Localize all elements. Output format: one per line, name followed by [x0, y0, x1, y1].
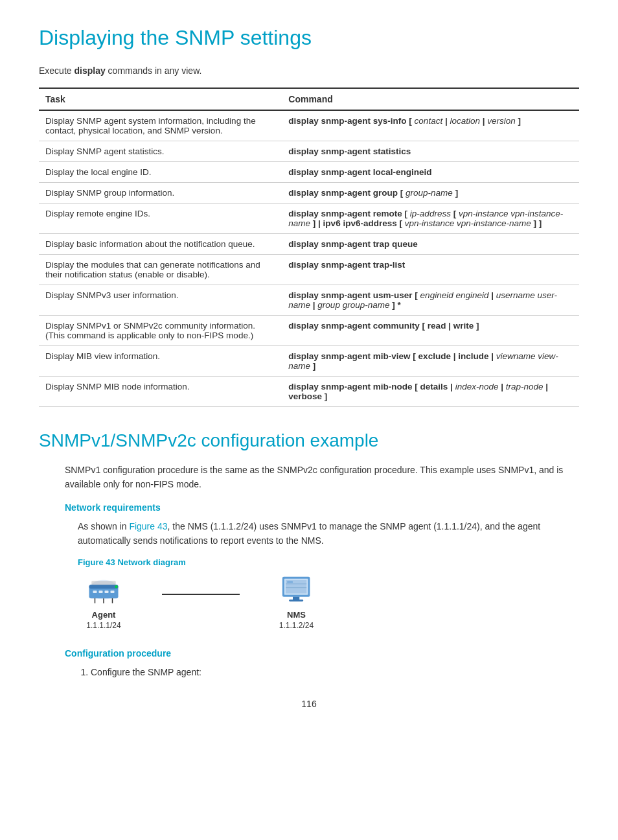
svg-rect-5 — [105, 590, 109, 593]
table-header: Task Command — [39, 88, 579, 110]
svg-rect-6 — [111, 590, 115, 593]
svg-rect-11 — [91, 581, 116, 585]
network-requirements-text: As shown in Figure 43, the NMS (1.1.1.2/… — [78, 519, 579, 548]
intro-bold: display — [74, 65, 105, 76]
task-cell: Display MIB view information. — [39, 346, 282, 377]
command-cell: display snmp-agent usm-user [ engineid e… — [282, 285, 579, 316]
task-cell: Display basic information about the noti… — [39, 234, 282, 255]
command-cell: display snmp-agent sys-info [ contact | … — [282, 110, 579, 141]
config-procedure-heading: Configuration procedure — [65, 648, 579, 659]
task-cell: Display SNMP MIB node information. — [39, 377, 282, 407]
nms-ip: 1.1.1.2/24 — [279, 621, 314, 630]
intro-suffix: commands in any view. — [106, 65, 202, 76]
command-cell: display snmp-agent statistics — [282, 141, 579, 162]
intro-prefix: Execute — [39, 65, 74, 76]
task-cell: Display the local engine ID. — [39, 162, 282, 183]
command-cell: display snmp-agent mib-view [ exclude | … — [282, 346, 579, 377]
figure-connection-line — [162, 594, 240, 595]
config-step-1: Configure the SNMP agent: — [91, 665, 579, 679]
section2-body: SNMPv1 configuration procedure is the sa… — [65, 463, 579, 679]
network-requirements-body: As shown in Figure 43, the NMS (1.1.1.2/… — [78, 519, 579, 630]
table-row: Display the local engine ID.display snmp… — [39, 162, 579, 183]
svg-rect-18 — [293, 596, 299, 599]
command-cell: display snmp-agent mib-node [ details | … — [282, 377, 579, 407]
intro-text: Execute display commands in any view. — [39, 65, 579, 76]
command-cell: display snmp-agent group [ group-name ] — [282, 183, 579, 204]
task-cell: Display SNMP agent system information, i… — [39, 110, 282, 141]
command-cell: display snmp-agent local-engineid — [282, 162, 579, 183]
table-row: Display remote engine IDs.display snmp-a… — [39, 204, 579, 234]
task-cell: Display SNMPv3 user information. — [39, 285, 282, 316]
agent-label: Agent — [92, 610, 116, 620]
nms-label: NMS — [287, 610, 306, 620]
svg-rect-19 — [289, 600, 303, 601]
svg-rect-4 — [99, 590, 103, 593]
table-row: Display basic information about the noti… — [39, 234, 579, 255]
table-row: Display SNMP agent statistics.display sn… — [39, 141, 579, 162]
task-cell: Display SNMPv1 or SNMPv2c community info… — [39, 316, 282, 346]
table-row: Display SNMP agent system information, i… — [39, 110, 579, 141]
page-number: 116 — [39, 699, 579, 709]
command-cell: display snmp-agent remote [ ip-address [… — [282, 204, 579, 234]
table-header-command: Command — [282, 88, 579, 110]
command-cell: display snmp-agent community [ read | wr… — [282, 316, 579, 346]
nms-node: NMS 1.1.1.2/24 — [279, 574, 314, 630]
config-steps: Configure the SNMP agent: — [91, 665, 579, 679]
table-body: Display SNMP agent system information, i… — [39, 110, 579, 407]
command-cell: display snmp-agent trap queue — [282, 234, 579, 255]
figure43-link[interactable]: Figure 43 — [129, 521, 167, 531]
table-row: Display the modules that can generate no… — [39, 255, 579, 285]
config-procedure-body: Configure the SNMP agent: — [78, 665, 579, 679]
page-title: Displaying the SNMP settings — [39, 26, 579, 50]
table-row: Display SNMPv1 or SNMPv2c community info… — [39, 316, 579, 346]
table-row: Display SNMP MIB node information.displa… — [39, 377, 579, 407]
svg-rect-17 — [287, 581, 293, 583]
figure-container: Agent 1.1.1.1/24 — [84, 574, 579, 630]
table-row: Display SNMP group information.display s… — [39, 183, 579, 204]
command-cell: display snmp-agent trap-list — [282, 255, 579, 285]
task-cell: Display the modules that can generate no… — [39, 255, 282, 285]
agent-icon — [84, 574, 123, 606]
svg-rect-3 — [93, 590, 97, 593]
figure-title: Figure 43 Network diagram — [78, 557, 579, 567]
network-requirements-heading: Network requirements — [65, 502, 579, 513]
nr-text-before: As shown in — [78, 521, 129, 531]
table-row: Display MIB view information.display snm… — [39, 346, 579, 377]
task-cell: Display SNMP group information. — [39, 183, 282, 204]
svg-rect-2 — [89, 585, 119, 589]
task-cell: Display remote engine IDs. — [39, 204, 282, 234]
agent-ip: 1.1.1.1/24 — [86, 621, 120, 630]
section2-title: SNMPv1/SNMPv2c configuration example — [39, 430, 579, 451]
nms-icon — [279, 574, 314, 606]
agent-node: Agent 1.1.1.1/24 — [84, 574, 123, 630]
table-row: Display SNMPv3 user information.display … — [39, 285, 579, 316]
svg-point-10 — [115, 585, 118, 588]
table-header-task: Task — [39, 88, 282, 110]
task-cell: Display SNMP agent statistics. — [39, 141, 282, 162]
snmp-commands-table: Task Command Display SNMP agent system i… — [39, 88, 579, 407]
section2-intro: SNMPv1 configuration procedure is the sa… — [65, 463, 579, 492]
